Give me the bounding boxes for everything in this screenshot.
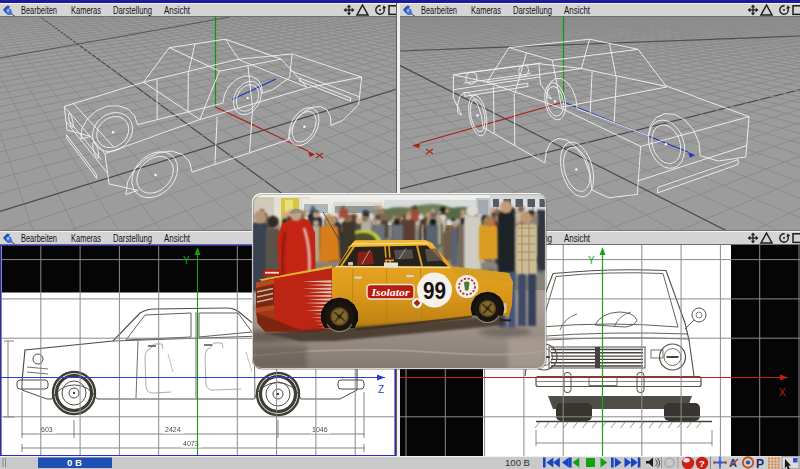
svg-text:Darstellung: Darstellung [113,233,152,244]
svg-text:603: 603 [41,426,53,433]
svg-text:Bearbeiten: Bearbeiten [21,5,57,16]
svg-text:4073: 4073 [183,440,199,447]
svg-text:99: 99 [423,278,446,304]
svg-text:Darstellung: Darstellung [513,5,552,16]
svg-text:?: ? [699,458,705,469]
svg-text:Ansicht: Ansicht [564,233,590,244]
svg-text:Kameras: Kameras [71,5,101,16]
svg-text:Y: Y [183,255,190,266]
svg-text:Ansicht: Ansicht [164,5,190,16]
svg-text:Bearbeiten: Bearbeiten [421,5,457,16]
svg-text:1046: 1046 [312,426,328,433]
svg-text:Y: Y [588,255,595,266]
svg-text:Darstellung: Darstellung [113,5,152,16]
svg-text:Isolator: Isolator [370,287,410,298]
svg-text:2424: 2424 [165,426,181,433]
svg-text:Bearbeiten: Bearbeiten [21,233,57,244]
svg-text:Ansicht: Ansicht [164,233,190,244]
svg-text:100 B: 100 B [505,457,530,468]
svg-text:X: X [779,387,786,398]
svg-text:Kameras: Kameras [71,233,101,244]
svg-text:P: P [756,457,764,469]
svg-text:Ansicht: Ansicht [564,5,590,16]
svg-text:Kameras: Kameras [471,5,501,16]
svg-text:0 B: 0 B [67,457,82,468]
svg-text:Z: Z [378,384,384,395]
